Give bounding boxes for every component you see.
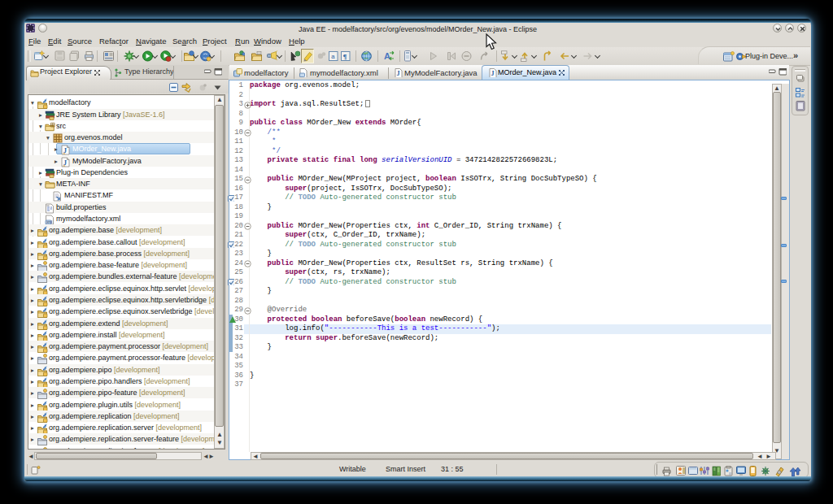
svg-text:a: a (331, 53, 335, 60)
svg-text:¶: ¶ (343, 53, 347, 61)
svg-text:A: A (384, 51, 390, 61)
svg-text:J: J (397, 70, 400, 77)
svg-text:J: J (491, 70, 495, 77)
